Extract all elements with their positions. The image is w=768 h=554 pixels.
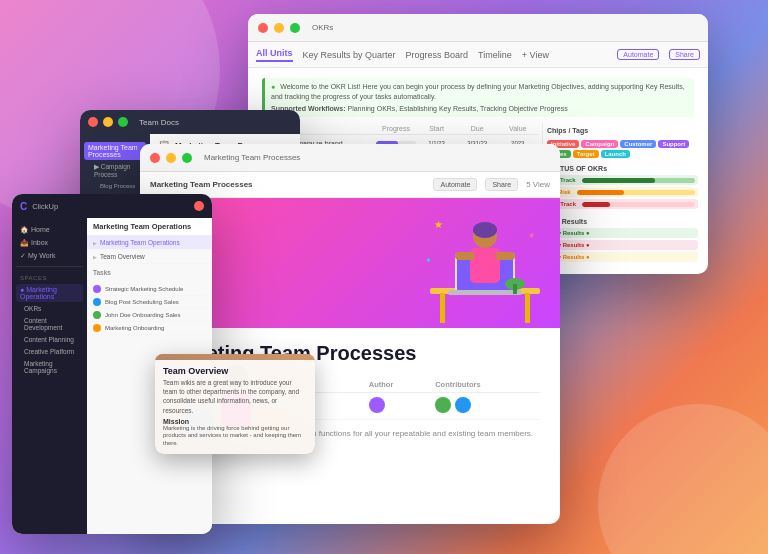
clickup-task-area: Strategic Marketing Schedule Blog Post S…: [87, 279, 212, 339]
svg-rect-12: [513, 284, 517, 294]
okr-chips: Initiative Campaign Customer Support Sal…: [547, 140, 698, 158]
minimize-dot[interactable]: [274, 23, 284, 33]
tab-progress-board[interactable]: Progress Board: [406, 50, 469, 60]
contributor-1: [435, 397, 451, 413]
okr-banner-text: Welcome to the OKR List! Here you can be…: [271, 83, 685, 100]
clickup-title: ClickUp: [32, 202, 58, 211]
view-count: 5 View: [526, 180, 550, 189]
chip-support: Support: [658, 140, 689, 148]
key-results-label: Key Results: [547, 218, 698, 225]
cu-space-creative[interactable]: Creative Platform: [16, 346, 83, 357]
automate-toolbar-btn[interactable]: Automate: [433, 178, 477, 191]
tab-more[interactable]: + View: [522, 50, 549, 60]
svg-rect-6: [440, 293, 445, 323]
marketing-window-title: Marketing Team Processes: [204, 153, 300, 162]
marketing-titlebar: Marketing Team Processes: [140, 144, 560, 172]
kr-row-1: Key Results ●: [547, 228, 698, 238]
tab-key-results[interactable]: Key Results by Quarter: [303, 50, 396, 60]
photo-caption-area: Team Overview Team wikis are a great way…: [155, 360, 315, 454]
col-contributors: Contributors: [431, 377, 540, 393]
task-label-4: Marketing Onboarding: [105, 325, 164, 331]
task-status-3: [93, 311, 101, 319]
okr-status-title: STATUS OF OKRs: [547, 165, 698, 172]
toolbar-title: Marketing Team Processes: [150, 180, 253, 189]
okr-right-panel: Chips / Tags Initiative Campaign Custome…: [542, 123, 702, 266]
docs-close[interactable]: [88, 117, 98, 127]
docs-maximize[interactable]: [118, 117, 128, 127]
cu-space-campaigns[interactable]: Marketing Campaigns: [16, 358, 83, 376]
okr-titlebar: OKRs: [248, 14, 708, 42]
svg-rect-7: [525, 293, 530, 323]
cu-list-team-ops[interactable]: Marketing Team Operations: [87, 236, 212, 250]
task-status-2: [93, 298, 101, 306]
task-status-4: [93, 324, 101, 332]
nav-campaign-process[interactable]: ▶ Campaign Process: [84, 161, 146, 180]
svg-rect-16: [455, 252, 475, 260]
cu-space-content-plan[interactable]: Content Planning: [16, 334, 83, 345]
marketing-minimize[interactable]: [166, 153, 176, 163]
cu-space-content-dev[interactable]: Content Development: [16, 315, 83, 333]
chip-target: Target: [573, 150, 599, 158]
tab-all-units[interactable]: All Units: [256, 48, 293, 62]
status-off-track: Off Track: [547, 199, 698, 209]
marketing-maximize[interactable]: [182, 153, 192, 163]
svg-text:✦: ✦: [425, 256, 432, 265]
people-photo-overlay: Team Overview Team wikis are a great way…: [155, 354, 315, 454]
contributor-2: [455, 397, 471, 413]
share-button[interactable]: Share: [669, 49, 700, 60]
author-avatar: [369, 397, 385, 413]
cu-spaces-header: SPACES: [16, 273, 83, 283]
okr-chips-title: Chips / Tags: [547, 127, 698, 134]
cu-task-3: John Doe Onboarding Sales: [93, 309, 206, 322]
svg-rect-10: [448, 290, 522, 295]
okr-status-section: STATUS OF OKRs On Track At Risk: [547, 165, 698, 211]
svg-point-14: [473, 222, 497, 238]
cu-space-okrs[interactable]: OKRs: [16, 303, 83, 314]
campaign-author-cell: [365, 393, 431, 420]
team-overview-title: Team Overview: [163, 366, 307, 376]
svg-text:★: ★: [434, 219, 443, 230]
nav-marketing-team-processes[interactable]: Marketing Team Processes: [84, 142, 146, 160]
kr-row-3: Key Results ●: [547, 252, 698, 262]
marketing-close[interactable]: [150, 153, 160, 163]
cu-sidebar-divider: [16, 266, 83, 267]
status-at-risk: At Risk: [547, 187, 698, 197]
okr-tab-bar: All Units Key Results by Quarter Progres…: [248, 42, 708, 68]
cu-task-2: Blog Post Scheduling Sales: [93, 296, 206, 309]
nav-blog-process[interactable]: Blog Process: [84, 181, 146, 191]
cu-close[interactable]: [194, 201, 204, 211]
docs-minimize[interactable]: [103, 117, 113, 127]
hero-illustration: ★ ★ ✦: [420, 208, 540, 328]
cu-task-1: Strategic Marketing Schedule: [93, 283, 206, 296]
cu-nav-home[interactable]: 🏠 Home: [16, 224, 83, 236]
docs-titlebar: Team Docs: [80, 110, 300, 134]
main-background: OKRs All Units Key Results by Quarter Pr…: [0, 0, 768, 554]
chip-campaign: Campaign: [581, 140, 618, 148]
cu-nav-mywork[interactable]: ✓ My Work: [16, 250, 83, 262]
campaign-contributors-cell: [431, 393, 540, 420]
team-overview-desc: Team wikis are a great way to introduce …: [163, 378, 307, 414]
cu-task-4: Marketing Onboarding: [93, 322, 206, 335]
mission-desc: Marketing is the driving force behind ge…: [163, 425, 307, 448]
cu-space-marketing-ops[interactable]: ● Marketing Operations: [16, 284, 83, 302]
task-label-2: Blog Post Scheduling Sales: [105, 299, 179, 305]
svg-rect-15: [470, 248, 500, 283]
cu-tasks-label: Tasks: [87, 266, 212, 279]
cu-nav-inbox[interactable]: 📥 Inbox: [16, 237, 83, 249]
share-toolbar-btn[interactable]: Share: [485, 178, 518, 191]
status-on-track: On Track: [547, 175, 698, 185]
chip-launch: Launch: [601, 150, 630, 158]
tab-timeline[interactable]: Timeline: [478, 50, 512, 60]
task-label-3: John Doe Onboarding Sales: [105, 312, 180, 318]
close-dot[interactable]: [258, 23, 268, 33]
clickup-main-title: Marketing Team Operations: [87, 218, 212, 236]
automate-button[interactable]: Automate: [617, 49, 659, 60]
okr-info-banner: ● Welcome to the OKR List! Here you can …: [262, 78, 694, 117]
kr-row-2: Key Results ●: [547, 240, 698, 250]
maximize-dot[interactable]: [290, 23, 300, 33]
okr-key-results-col: Key Results Key Results ● Key Results ● …: [547, 218, 698, 262]
okr-window-title: OKRs: [312, 23, 333, 32]
mission-title: Mission: [163, 418, 307, 425]
clickup-titlebar: C ClickUp: [12, 194, 212, 218]
cu-list-team-overview[interactable]: Team Overview: [87, 250, 212, 264]
